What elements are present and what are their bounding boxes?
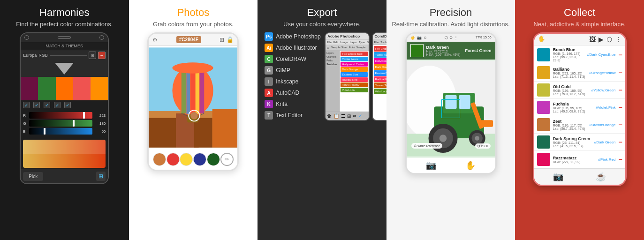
camera-action-icon[interactable]: 📷: [426, 160, 436, 171]
color-circle-5[interactable]: [207, 153, 220, 166]
cd-swatch-7: Tenne (Tawny): [374, 82, 386, 88]
fuchsia-rgb: RGB: (195, 55, 185): [553, 106, 593, 110]
fuchsia-swatch: [537, 101, 550, 114]
bondi-blue-swatch: [537, 48, 550, 61]
app-autocad[interactable]: A AutoCAD: [265, 89, 321, 97]
checkbox-1[interactable]: ✓: [23, 102, 30, 108]
menu-icon-prec[interactable]: ⋮: [454, 36, 458, 40]
checkbox-3[interactable]: ✓: [44, 102, 50, 108]
svg-rect-8: [187, 67, 190, 114]
export-phones: Adobe Photoshop FileEditImageLayerTypeSe…: [325, 32, 386, 121]
checkbox-2[interactable]: ✓: [33, 102, 40, 108]
color-info-text: Dark Green Hex: #2C7C13 HSV: (106°, 85%,…: [426, 45, 461, 56]
dark-spring-remove[interactable]: −: [618, 138, 622, 146]
share-collect-icon[interactable]: ⬡: [606, 36, 612, 43]
color-swatch-area: Dark Green Hex: #2C7C13 HSV: (106°, 85%,…: [410, 44, 461, 57]
selector-row: Europa RGB ⊞ ↩: [21, 50, 108, 60]
ps-list-icon[interactable]: ☰: [341, 113, 345, 119]
color-circle-3[interactable]: [180, 153, 193, 166]
blue-slider[interactable]: [29, 128, 92, 135]
old-gold-remove[interactable]: −: [618, 86, 622, 94]
color-grid: [21, 77, 108, 100]
forest-green-label: Forest Green: [465, 48, 492, 53]
confirm-icon[interactable]: ↩: [98, 52, 106, 59]
fuchsia-remove[interactable]: −: [618, 104, 622, 111]
app-photoshop[interactable]: Ps Adobe Photoshop: [265, 32, 321, 41]
fuchsia-lab: Lab: (49.3, 68.6, 39.2): [553, 110, 593, 113]
bondi-blue-remove[interactable]: −: [618, 51, 622, 59]
app-illustrator[interactable]: Ai Adobe Illustrator: [265, 44, 321, 52]
app-text-editor[interactable]: T Text Editor: [265, 111, 321, 120]
hand-action-icon[interactable]: ✋: [465, 160, 476, 171]
app-coreldraw[interactable]: C CorelDRAW: [265, 55, 321, 63]
export-title: Export: [307, 7, 337, 19]
collect-phone: 🖐 🖼 ▶ ⬡ ⋮ Bondi Blue RGB: (1, 146, 174) …: [533, 32, 627, 186]
svg-point-17: [191, 112, 198, 120]
checkbox-4[interactable]: ✓: [54, 102, 61, 108]
pick-button[interactable]: Pick: [23, 172, 43, 181]
blue-value: 60: [94, 129, 106, 134]
green-slider[interactable]: [29, 120, 92, 127]
collect-item-razzmatazz[interactable]: Razzmatazz RGB: (227, 11, 92) //Pink:Red…: [534, 151, 625, 168]
galliano-remove[interactable]: −: [618, 69, 622, 76]
checkbox-row: ✓ ✓ ✓ ✓ ✓: [21, 100, 108, 110]
red-value: 223: [94, 113, 106, 118]
collect-item-dark-spring[interactable]: Dark Spring Green RGB: (26, 111, 81) Lab…: [534, 134, 625, 151]
collect-item-zest[interactable]: Zest RGB: (195, 117, 55) Lab: (56.7, 25.…: [534, 116, 625, 134]
ps-trash-icon[interactable]: 🗑: [327, 113, 332, 119]
ps-copy-icon[interactable]: 📋: [333, 113, 339, 119]
big-color-bar: [23, 140, 106, 168]
svg-rect-7: [182, 68, 186, 113]
movie-icon[interactable]: ▶: [599, 36, 604, 43]
ps-toolbar: ⊞Sample Size:Point Sample: [326, 45, 368, 51]
ps-layers-panel: Layers Channels Paths Swatches: [326, 51, 340, 112]
settings-icon[interactable]: ⚙: [152, 37, 158, 43]
scale-icon: ⚖: [414, 144, 417, 148]
ps-edit-icon[interactable]: ✏: [353, 113, 356, 119]
razzmatazz-remove[interactable]: −: [618, 156, 622, 163]
illustrator-label: Adobe Illustrator: [276, 45, 317, 51]
photo-icon[interactable]: 🖼: [589, 36, 596, 43]
red-slider[interactable]: [29, 112, 92, 119]
bondi-blue-tag: //Dark Cyan:Blue: [587, 52, 615, 57]
green-value: 180: [94, 121, 106, 126]
edit-icon[interactable]: ✏: [220, 153, 234, 166]
svg-point-30: [475, 136, 479, 141]
collect-item-galliano[interactable]: Galliano RGB: (223, 165, 25) Lab: (71.3,…: [534, 64, 625, 82]
more-icon[interactable]: ⋮: [615, 36, 621, 43]
share-icon[interactable]: ⬡: [445, 36, 448, 40]
collect-subtitle: Neat, addictive & simple interface.: [533, 21, 626, 28]
grid-icon[interactable]: ⊞: [89, 52, 96, 59]
checkbox-5[interactable]: ✓: [64, 102, 71, 108]
collect-item-bondi-blue[interactable]: Bondi Blue RGB: (1, 146, 174) Lab: (55.7…: [534, 45, 625, 64]
app-inkscape[interactable]: I Inkscape: [265, 77, 321, 86]
settings-icon-prec[interactable]: ⚙: [449, 36, 453, 40]
white-reference-badge[interactable]: ⚖ white reference: [411, 143, 443, 149]
swatch-hollywood: Hollywood Cerise: [341, 62, 367, 67]
zoom-badge[interactable]: Q x 2.0: [475, 143, 491, 149]
color-cell-1: [21, 77, 38, 100]
color-circle-2[interactable]: [167, 153, 180, 166]
ps-check-icon[interactable]: ✓: [358, 113, 362, 119]
photos-subtitle: Grab colors from your photos.: [153, 21, 234, 28]
color-cell-2: [38, 77, 55, 100]
coffee-icon[interactable]: ☕: [596, 172, 606, 182]
dark-spring-swatch: [537, 135, 550, 149]
copy-icon[interactable]: ⊞: [220, 37, 224, 43]
match-themes-label: MATCH & THEMES: [21, 42, 108, 50]
collect-item-fuchsia[interactable]: Fuchsia RGB: (195, 55, 185) Lab: (49.3, …: [534, 99, 625, 116]
collect-item-old-gold[interactable]: Old Gold RGB: (195, 189, 55) Lab: (75.0,…: [534, 82, 625, 99]
ps-phone-title: Adobe Photoshop: [326, 33, 368, 40]
text-editor-label: Text Editor: [276, 112, 303, 119]
color-circle-1[interactable]: [153, 153, 166, 166]
camera-collect-icon[interactable]: 📷: [553, 172, 563, 182]
grid-view-icon[interactable]: ⊞: [96, 172, 106, 181]
old-gold-info: Old Gold RGB: (195, 189, 55) Lab: (75.0,…: [553, 84, 589, 96]
ps-grid-icon[interactable]: ⊞: [347, 113, 351, 119]
lock-icon[interactable]: 🔓: [227, 37, 234, 43]
zest-remove[interactable]: −: [618, 121, 622, 128]
app-krita[interactable]: K Krita: [265, 100, 321, 108]
swatch-eastern-blue: Eastern Blue: [341, 72, 367, 77]
color-circle-4[interactable]: [193, 153, 206, 166]
app-gimp[interactable]: G GIMP: [265, 66, 321, 75]
